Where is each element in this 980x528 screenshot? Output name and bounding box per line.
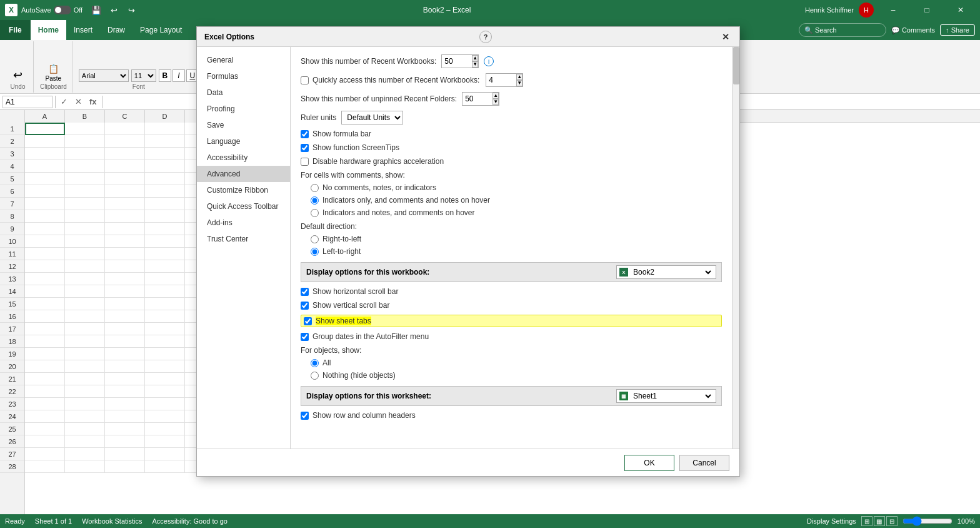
dialog-help-btn[interactable]: ? <box>479 31 492 43</box>
nav-data[interactable]: Data <box>197 84 290 101</box>
show-row-col-checkbox[interactable] <box>301 412 309 420</box>
recent-workbooks-info[interactable]: i <box>484 56 494 66</box>
worksheet-select[interactable]: Sheet1 <box>631 391 713 401</box>
nav-quick-access[interactable]: Quick Access Toolbar <box>197 198 290 215</box>
undo-icon[interactable]: ↩ <box>106 3 121 17</box>
zoom-slider[interactable] <box>902 516 952 526</box>
show-screentips-checkbox[interactable] <box>301 144 309 152</box>
workbook-dropdown[interactable]: X Book2 <box>616 265 716 279</box>
disable-hw-accel-checkbox[interactable] <box>301 158 309 166</box>
autosave-area[interactable]: AutoSave Off <box>21 6 82 14</box>
redo-icon[interactable]: ↪ <box>124 3 139 17</box>
scrollbar-thumb[interactable] <box>733 47 739 84</box>
comments-btn[interactable]: 💬 Comments <box>891 26 935 34</box>
worksheet-dropdown[interactable]: ▦ Sheet1 <box>616 389 716 403</box>
dialog-scrollbar[interactable] <box>732 47 739 449</box>
display-settings[interactable]: Display Settings <box>807 517 856 525</box>
cancel-button[interactable]: Cancel <box>679 455 729 471</box>
spin-up[interactable]: ▲ <box>472 55 478 61</box>
tab-file[interactable]: File <box>0 20 31 40</box>
row-9[interactable]: 9 <box>0 223 24 235</box>
row-7[interactable]: 7 <box>0 198 24 210</box>
radio-ltr[interactable] <box>311 248 319 256</box>
spin-up3[interactable]: ▲ <box>492 93 499 99</box>
italic-btn[interactable]: I <box>172 69 185 82</box>
recent-folders-input[interactable]: ▲ ▼ <box>462 92 499 106</box>
cell-B1[interactable] <box>65 123 105 135</box>
name-box[interactable]: A1 <box>2 96 52 108</box>
dialog-close-btn[interactable]: ✕ <box>719 31 732 43</box>
save-icon[interactable]: 💾 <box>89 3 104 17</box>
show-sheet-tabs-checkbox[interactable] <box>304 317 312 325</box>
quick-access-input[interactable]: ▲ ▼ <box>486 73 523 87</box>
nav-general[interactable]: General <box>197 52 290 68</box>
ok-button[interactable]: OK <box>624 455 674 471</box>
row-11[interactable]: 11 <box>0 248 24 260</box>
quick-access-value[interactable] <box>489 76 516 84</box>
spin-up2[interactable]: ▲ <box>516 74 522 80</box>
paste-btn[interactable]: 📋 <box>48 64 59 74</box>
row-10[interactable]: 10 <box>0 235 24 248</box>
quick-access-checkbox[interactable] <box>301 76 309 84</box>
font-size-select[interactable]: 11 <box>131 69 156 82</box>
radio-indicators-only[interactable] <box>311 196 319 205</box>
cancel-icon[interactable]: ✕ <box>72 97 84 106</box>
tab-insert[interactable]: Insert <box>66 20 100 40</box>
row-18[interactable]: 18 <box>0 335 24 348</box>
workbook-stats[interactable]: Workbook Statistics <box>82 517 142 525</box>
search-box[interactable]: 🔍 Search <box>799 23 886 37</box>
nav-accessibility[interactable]: Accessibility <box>197 150 290 166</box>
row-4[interactable]: 4 <box>0 160 24 173</box>
row-1[interactable]: 1 <box>0 123 24 135</box>
share-btn[interactable]: ↑ Share <box>940 24 975 36</box>
nav-language[interactable]: Language <box>197 133 290 150</box>
minimize-btn[interactable]: – <box>879 0 908 20</box>
row-12[interactable]: 12 <box>0 260 24 273</box>
row-5[interactable]: 5 <box>0 173 24 185</box>
spin-down2[interactable]: ▼ <box>516 80 522 86</box>
show-formula-bar-checkbox[interactable] <box>301 130 309 138</box>
page-layout-btn[interactable]: ▦ <box>874 516 885 526</box>
nav-formulas[interactable]: Formulas <box>197 68 290 84</box>
nav-customize-ribbon[interactable]: Customize Ribbon <box>197 182 290 198</box>
radio-indicators-notes[interactable] <box>311 209 319 217</box>
check-icon[interactable]: ✓ <box>58 97 70 106</box>
cell-A1[interactable] <box>25 123 65 135</box>
cell-C1[interactable] <box>105 123 145 135</box>
autosave-toggle[interactable] <box>54 6 71 14</box>
recent-workbooks-spinner[interactable]: ▲ ▼ <box>472 55 478 68</box>
maximize-btn[interactable]: □ <box>912 0 941 20</box>
show-h-scrollbar-checkbox[interactable] <box>301 288 309 296</box>
row-6[interactable]: 6 <box>0 185 24 198</box>
spin-down[interactable]: ▼ <box>472 61 478 68</box>
tab-draw[interactable]: Draw <box>100 20 132 40</box>
row-2[interactable]: 2 <box>0 135 24 148</box>
col-C[interactable]: C <box>105 110 145 123</box>
font-family-select[interactable]: Arial <box>79 69 129 82</box>
nav-proofing[interactable]: Proofing <box>197 101 290 117</box>
bold-btn[interactable]: B <box>159 69 171 82</box>
row-3[interactable]: 3 <box>0 148 24 160</box>
row-27[interactable]: 27 <box>0 448 24 460</box>
workbook-select[interactable]: Book2 <box>631 267 713 277</box>
row-17[interactable]: 17 <box>0 323 24 335</box>
row-28[interactable]: 28 <box>0 460 24 473</box>
undo-btn[interactable]: ↩ <box>13 68 22 82</box>
tab-page-layout[interactable]: Page Layout <box>132 20 189 40</box>
row-15[interactable]: 15 <box>0 298 24 310</box>
row-14[interactable]: 14 <box>0 285 24 298</box>
recent-folders-spinner[interactable]: ▲ ▼ <box>492 93 499 105</box>
recent-folders-value[interactable] <box>465 94 492 103</box>
cell-D1[interactable] <box>145 123 185 135</box>
nav-save[interactable]: Save <box>197 117 290 133</box>
show-v-scrollbar-checkbox[interactable] <box>301 302 309 310</box>
radio-nothing[interactable] <box>311 372 319 380</box>
page-break-btn[interactable]: ⊟ <box>886 516 898 526</box>
recent-workbooks-input[interactable]: ▲ ▼ <box>441 54 479 68</box>
spin-down3[interactable]: ▼ <box>492 99 499 105</box>
nav-advanced[interactable]: Advanced <box>197 166 290 182</box>
row-13[interactable]: 13 <box>0 273 24 285</box>
row-20[interactable]: 20 <box>0 360 24 373</box>
col-B[interactable]: B <box>65 110 105 123</box>
row-25[interactable]: 25 <box>0 423 24 435</box>
